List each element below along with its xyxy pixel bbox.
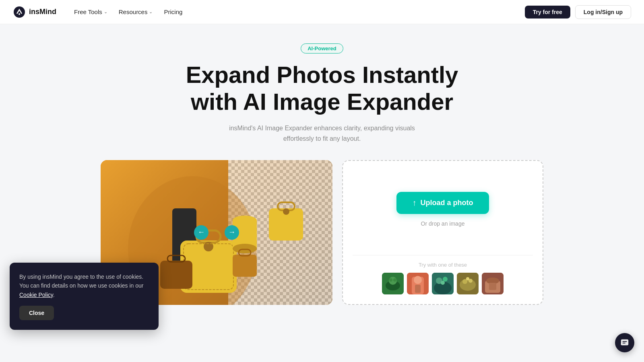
svg-point-22 bbox=[393, 278, 396, 282]
svg-rect-16 bbox=[233, 255, 257, 277]
nav-right: Try for free Log in/Sign up bbox=[525, 5, 631, 19]
cookie-banner: By using insMind you agree to the use of… bbox=[10, 263, 159, 330]
cookie-policy-link[interactable]: Cookie Policy bbox=[19, 292, 53, 298]
svg-point-36 bbox=[466, 277, 469, 280]
slider-controls: ← → bbox=[194, 225, 239, 240]
svg-rect-11 bbox=[160, 261, 192, 289]
svg-point-6 bbox=[204, 242, 213, 251]
panels-container: ← → ↑ Upload a photo Or drop an image Tr… bbox=[101, 160, 543, 305]
logo-icon bbox=[13, 6, 26, 19]
hero-subtitle: insMind's AI Image Expander enhances cla… bbox=[217, 123, 427, 144]
sample-section: Try with one of these bbox=[353, 255, 533, 294]
svg-point-33 bbox=[460, 279, 476, 291]
chevron-down-icon: ⌄ bbox=[104, 9, 107, 14]
svg-point-15 bbox=[233, 244, 257, 253]
navbar: insMind Free Tools ⌄ Resources ⌄ Pricing… bbox=[0, 0, 644, 24]
svg-rect-40 bbox=[489, 283, 496, 290]
upload-area: ↑ Upload a photo Or drop an image bbox=[396, 171, 489, 249]
svg-point-31 bbox=[441, 281, 445, 285]
nav-pricing[interactable]: Pricing bbox=[159, 6, 187, 18]
logo[interactable]: insMind bbox=[13, 6, 56, 19]
svg-point-25 bbox=[414, 276, 422, 284]
chat-button[interactable] bbox=[615, 333, 634, 352]
svg-point-30 bbox=[443, 277, 448, 282]
sample-thumbnails bbox=[382, 273, 504, 294]
slider-right-arrow[interactable]: → bbox=[225, 225, 239, 240]
svg-rect-42 bbox=[623, 341, 627, 342]
sample-thumb-3[interactable] bbox=[432, 273, 454, 294]
slider-left-arrow[interactable]: ← bbox=[194, 225, 208, 240]
sample-thumb-5[interactable] bbox=[482, 273, 504, 294]
chevron-down-icon: ⌄ bbox=[149, 9, 153, 14]
logo-text: insMind bbox=[29, 8, 56, 16]
chat-icon bbox=[620, 338, 629, 347]
nav-free-tools[interactable]: Free Tools ⌄ bbox=[69, 6, 112, 18]
sample-thumb-1[interactable] bbox=[382, 273, 404, 294]
login-signup-button[interactable]: Log in/Sign up bbox=[575, 5, 631, 19]
cookie-close-button[interactable]: Close bbox=[19, 306, 54, 320]
sample-thumb-2[interactable] bbox=[407, 273, 429, 294]
upload-photo-button[interactable]: ↑ Upload a photo bbox=[396, 192, 489, 214]
svg-point-0 bbox=[14, 6, 25, 18]
svg-point-10 bbox=[283, 208, 289, 215]
svg-point-1 bbox=[19, 13, 20, 15]
hero-title: Expand Photos Instantly with AI Image Ex… bbox=[186, 62, 458, 115]
nav-resources[interactable]: Resources ⌄ bbox=[114, 6, 158, 18]
ai-powered-badge: AI-Powered bbox=[301, 43, 343, 53]
svg-rect-41 bbox=[621, 339, 628, 346]
try-with-label: Try with one of these bbox=[419, 262, 467, 268]
upload-panel: ↑ Upload a photo Or drop an image Try wi… bbox=[342, 160, 543, 305]
svg-point-21 bbox=[389, 278, 392, 282]
try-for-free-button[interactable]: Try for free bbox=[525, 6, 570, 19]
sample-thumb-4[interactable] bbox=[457, 273, 479, 294]
svg-rect-43 bbox=[623, 343, 625, 343]
svg-rect-26 bbox=[415, 285, 421, 293]
drop-label: Or drop an image bbox=[421, 220, 465, 227]
cookie-text: By using insMind you agree to the use of… bbox=[19, 272, 149, 299]
nav-links: Free Tools ⌄ Resources ⌄ Pricing bbox=[69, 6, 512, 18]
upload-icon: ↑ bbox=[413, 198, 417, 208]
